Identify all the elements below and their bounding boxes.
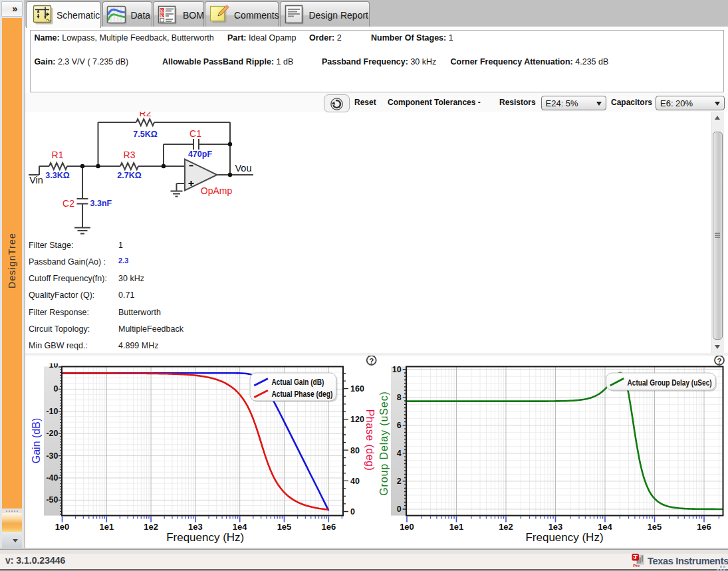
svg-text:160: 160 (350, 384, 364, 394)
svg-text:Vin: Vin (29, 175, 43, 185)
svg-text:-10: -10 (46, 407, 58, 416)
svg-text:R2: R2 (140, 112, 152, 118)
svg-text:Actual Phase (deg): Actual Phase (deg) (271, 390, 332, 399)
svg-text:1e5: 1e5 (277, 522, 292, 532)
svg-text:OpAmp: OpAmp (201, 185, 233, 196)
svg-text:1e0: 1e0 (400, 522, 414, 532)
svg-text:1e4: 1e4 (233, 522, 247, 532)
svg-text:40: 40 (350, 477, 360, 486)
svg-text:10: 10 (392, 365, 402, 374)
svg-text:6: 6 (397, 421, 402, 430)
svg-text:1e3: 1e3 (548, 522, 563, 532)
svg-text:Actual Gain (dB): Actual Gain (dB) (271, 378, 324, 387)
svg-text:1e1: 1e1 (99, 522, 114, 532)
svg-text:Actual Group Delay (uSec): Actual Group Delay (uSec) (628, 378, 712, 388)
svg-text:1e4: 1e4 (598, 522, 612, 532)
svg-text:3.3KΩ: 3.3KΩ (45, 171, 69, 180)
svg-text:0: 0 (397, 505, 402, 514)
svg-text:2.7KΩ: 2.7KΩ (117, 171, 141, 180)
svg-text:C1: C1 (189, 128, 201, 139)
svg-text:?: ? (369, 357, 374, 365)
svg-text:4: 4 (397, 449, 402, 458)
svg-text:3.3nF: 3.3nF (90, 199, 112, 208)
svg-text:Frequency (Hz): Frequency (Hz) (166, 531, 244, 544)
svg-text:Frequency (Hz): Frequency (Hz) (525, 531, 603, 544)
svg-text:0: 0 (54, 384, 59, 394)
svg-text:80: 80 (350, 446, 360, 455)
svg-text:8: 8 (397, 393, 402, 402)
svg-text:?: ? (717, 357, 721, 365)
svg-text:1e1: 1e1 (449, 522, 464, 532)
svg-text:Pro: Pro (633, 564, 640, 568)
svg-text:-20: -20 (46, 429, 58, 438)
svg-text:1e0: 1e0 (55, 522, 70, 532)
svg-text:-40: -40 (46, 473, 58, 483)
svg-text:2: 2 (397, 477, 402, 486)
svg-text:120: 120 (350, 415, 364, 424)
svg-text:1e6: 1e6 (321, 522, 336, 532)
svg-text:Gain (dB): Gain (dB) (31, 418, 42, 463)
svg-text:1e6: 1e6 (697, 522, 711, 532)
svg-text:Phase (deg): Phase (deg) (364, 409, 376, 471)
svg-text:C2: C2 (62, 198, 74, 209)
svg-text:-50: -50 (46, 495, 58, 505)
svg-text:1e2: 1e2 (499, 522, 513, 532)
svg-text:1e2: 1e2 (144, 522, 158, 532)
svg-text:0: 0 (350, 507, 355, 516)
svg-text:Vou: Vou (235, 163, 252, 173)
svg-text:R1: R1 (52, 150, 64, 160)
svg-text:1e3: 1e3 (188, 522, 203, 532)
svg-text:7.5KΩ: 7.5KΩ (133, 130, 157, 139)
svg-text:Group Delay (uSec): Group Delay (uSec) (378, 391, 390, 496)
svg-text:-30: -30 (46, 451, 58, 461)
svg-text:1e5: 1e5 (648, 522, 662, 532)
svg-text:470pF: 470pF (188, 150, 212, 159)
svg-text:R3: R3 (124, 150, 136, 160)
